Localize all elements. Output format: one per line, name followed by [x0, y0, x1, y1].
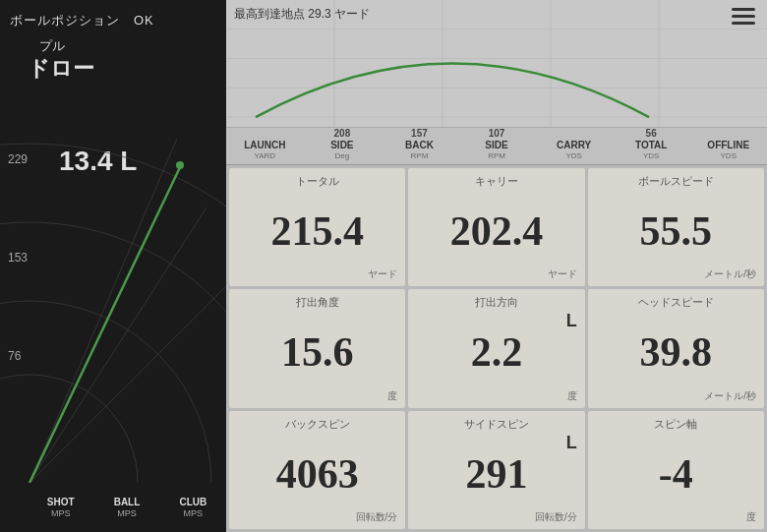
- menu-icon[interactable]: [732, 8, 755, 25]
- stat-label-2: ボールスピード: [588, 174, 764, 189]
- stat-label-4: 打出方向: [408, 295, 584, 310]
- stat-unit-2: メートル/秒: [704, 267, 756, 281]
- stat-card-1: キャリー202.4ヤード: [408, 168, 584, 286]
- stat-card-5: ヘッドスピード39.8メートル/秒: [588, 289, 764, 407]
- menu-line-1: [732, 8, 755, 11]
- stat-unit-1: ヤード: [548, 267, 577, 281]
- stat-unit-0: ヤード: [368, 267, 397, 281]
- left-panel: ボールポジション OK プル ドロー 13.4 L 229 153 76 ✕ S…: [0, 0, 226, 532]
- stat-card-8: スピン軸-4度: [588, 411, 764, 529]
- svg-line-7: [30, 163, 182, 483]
- column-headers-row: LAUNCH YARD 208 SIDE Deg 157 BACK RPM 10…: [226, 128, 767, 165]
- stat-value-2: 55.5: [640, 210, 713, 252]
- stat-label-3: 打出角度: [229, 295, 405, 310]
- stat-card-6: バックスピン4063回転数/分: [229, 411, 405, 529]
- stat-card-3: 打出角度15.6度: [229, 289, 405, 407]
- stat-unit-4: 度: [567, 389, 577, 403]
- bottom-headers-left: SHOT MPS BALL MPS CLUB MPS: [0, 483, 226, 532]
- header-ball: BALL MPS: [93, 496, 159, 520]
- header-offline: OFFLINE YDS: [689, 140, 767, 161]
- stat-unit-5: メートル/秒: [704, 389, 756, 403]
- stat-unit-7: 回転数/分: [535, 510, 577, 524]
- draw-label-small: プル: [39, 37, 65, 55]
- stat-value-6: 4063: [276, 453, 359, 495]
- svg-line-5: [30, 207, 206, 483]
- header-carry: CARRY YDS: [535, 140, 613, 161]
- stat-direction-4: L: [566, 311, 577, 331]
- stat-unit-3: 度: [387, 389, 397, 403]
- svg-point-3: [0, 144, 226, 483]
- header-side-2: 107 SIDE RPM: [458, 128, 536, 161]
- stat-unit-6: 回転数/分: [356, 510, 398, 524]
- stats-grid: トータル215.4ヤードキャリー202.4ヤードボールスピード55.5メートル/…: [226, 165, 767, 532]
- stat-card-0: トータル215.4ヤード: [229, 168, 405, 286]
- arc-diagram: [0, 109, 226, 483]
- chart-label: 最高到達地点 29.3 ヤード: [234, 6, 370, 23]
- header-club: CLUB MPS: [160, 496, 226, 520]
- draw-label-large: ドロー: [28, 54, 94, 84]
- stat-value-8: -4: [659, 453, 693, 495]
- stat-label-7: サイドスピン: [408, 417, 584, 432]
- stat-label-5: ヘッドスピード: [588, 295, 764, 310]
- svg-point-8: [176, 161, 184, 169]
- stat-direction-7: L: [566, 433, 577, 453]
- right-panel: 最高到達地点 29.3 ヤード LAUNCH YARD 208 S: [226, 0, 767, 532]
- stat-card-2: ボールスピード55.5メートル/秒: [588, 168, 764, 286]
- stat-value-7: 291: [465, 453, 527, 495]
- svg-line-6: [30, 139, 177, 483]
- stat-unit-8: 度: [746, 510, 756, 524]
- header-shot: SHOT MPS: [28, 496, 93, 520]
- header-back: 157 BACK RPM: [381, 128, 458, 161]
- header-launch: LAUNCH YARD: [226, 140, 304, 161]
- stat-label-8: スピン軸: [588, 417, 764, 432]
- stat-value-0: 215.4: [270, 210, 364, 252]
- ball-position-label: ボールポジション OK: [10, 12, 154, 30]
- stat-card-4: 打出方向2.2度L: [408, 289, 584, 407]
- svg-point-1: [0, 301, 211, 483]
- svg-line-4: [30, 286, 226, 483]
- stat-label-6: バックスピン: [229, 417, 405, 432]
- stat-value-5: 39.8: [640, 331, 713, 373]
- header-total: 56 TOTAL YDS: [613, 128, 690, 161]
- chart-area: 最高到達地点 29.3 ヤード: [226, 0, 767, 128]
- menu-line-2: [732, 15, 755, 18]
- stat-value-3: 15.6: [281, 331, 354, 373]
- header-side-1: 208 SIDE Deg: [304, 128, 382, 161]
- stat-value-4: 2.2: [471, 331, 523, 373]
- stat-value-1: 202.4: [450, 210, 544, 252]
- stat-label-1: キャリー: [408, 174, 584, 189]
- stat-card-7: サイドスピン291回転数/分L: [408, 411, 584, 529]
- stat-label-0: トータル: [229, 174, 405, 189]
- menu-line-3: [732, 22, 755, 25]
